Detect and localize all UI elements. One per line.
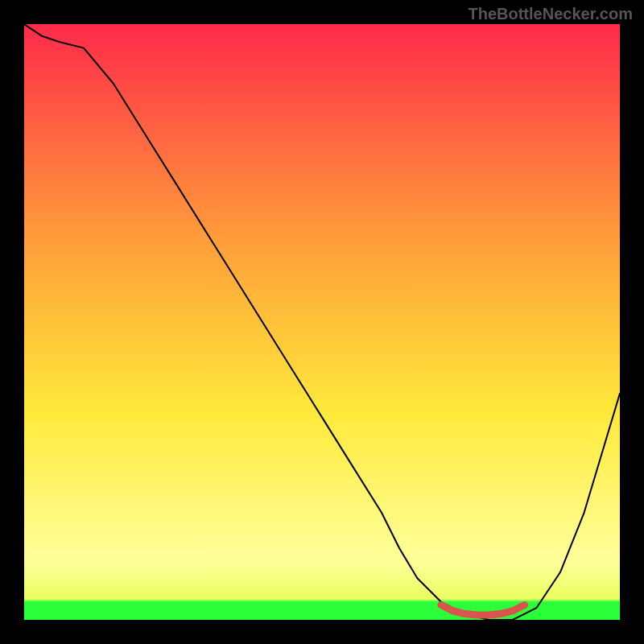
plot-area <box>24 24 620 620</box>
chart-svg <box>24 24 620 620</box>
chart-background <box>24 24 620 620</box>
watermark-text: TheBottleNecker.com <box>468 5 633 23</box>
chart-container: TheBottleNecker.com <box>0 0 644 644</box>
